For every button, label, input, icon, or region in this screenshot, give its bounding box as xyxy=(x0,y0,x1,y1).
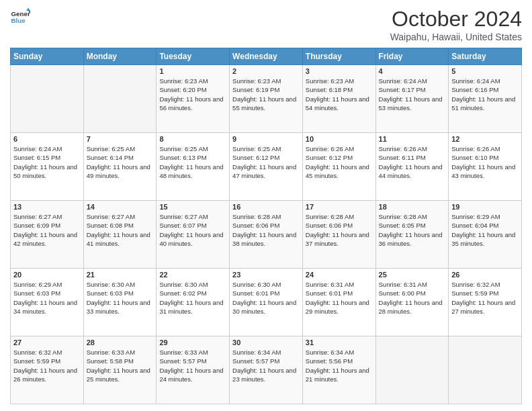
col-wednesday: Wednesday xyxy=(230,48,303,65)
day-info: Sunrise: 6:30 AM Sunset: 6:02 PM Dayligh… xyxy=(159,280,226,316)
day-number: 28 xyxy=(87,338,154,347)
cell-2-1: 6Sunrise: 6:24 AM Sunset: 6:15 PM Daylig… xyxy=(11,133,84,201)
cell-4-2: 21Sunrise: 6:30 AM Sunset: 6:03 PM Dayli… xyxy=(83,269,157,336)
cell-3-3: 15Sunrise: 6:27 AM Sunset: 6:07 PM Dayli… xyxy=(157,201,230,269)
logo: General Blue xyxy=(10,7,30,27)
day-info: Sunrise: 6:26 AM Sunset: 6:12 PM Dayligh… xyxy=(306,144,373,180)
day-number: 12 xyxy=(451,135,519,143)
week-row-2: 6Sunrise: 6:24 AM Sunset: 6:15 PM Daylig… xyxy=(11,133,522,201)
week-row-4: 20Sunrise: 6:29 AM Sunset: 6:03 PM Dayli… xyxy=(11,269,522,336)
cell-1-3: 1Sunrise: 6:23 AM Sunset: 6:20 PM Daylig… xyxy=(157,65,230,133)
col-monday: Monday xyxy=(83,48,157,65)
day-number: 7 xyxy=(87,135,154,143)
cell-3-4: 16Sunrise: 6:28 AM Sunset: 6:06 PM Dayli… xyxy=(230,201,303,269)
calendar-body: 1Sunrise: 6:23 AM Sunset: 6:20 PM Daylig… xyxy=(11,65,522,404)
day-info: Sunrise: 6:32 AM Sunset: 5:59 PM Dayligh… xyxy=(13,348,81,383)
day-number: 20 xyxy=(13,271,81,279)
cell-2-3: 8Sunrise: 6:25 AM Sunset: 6:13 PM Daylig… xyxy=(157,133,230,201)
cell-4-7: 26Sunrise: 6:32 AM Sunset: 5:59 PM Dayli… xyxy=(449,269,522,336)
cell-2-5: 10Sunrise: 6:26 AM Sunset: 6:12 PM Dayli… xyxy=(302,133,375,201)
cell-4-5: 24Sunrise: 6:31 AM Sunset: 6:01 PM Dayli… xyxy=(302,269,375,336)
cell-1-7: 5Sunrise: 6:24 AM Sunset: 6:16 PM Daylig… xyxy=(449,65,522,133)
cell-3-7: 19Sunrise: 6:29 AM Sunset: 6:04 PM Dayli… xyxy=(449,201,522,269)
col-tuesday: Tuesday xyxy=(157,48,230,65)
cell-3-6: 18Sunrise: 6:28 AM Sunset: 6:05 PM Dayli… xyxy=(375,201,449,269)
day-number: 24 xyxy=(306,271,373,279)
day-number: 27 xyxy=(13,338,81,347)
day-number: 15 xyxy=(159,203,226,211)
cell-2-4: 9Sunrise: 6:25 AM Sunset: 6:12 PM Daylig… xyxy=(230,133,303,201)
col-saturday: Saturday xyxy=(449,48,522,65)
page: General Blue October 2024 Waipahu, Hawai… xyxy=(0,0,532,411)
svg-text:General: General xyxy=(11,10,31,17)
day-info: Sunrise: 6:23 AM Sunset: 6:19 PM Dayligh… xyxy=(232,77,300,112)
week-row-3: 13Sunrise: 6:27 AM Sunset: 6:09 PM Dayli… xyxy=(11,201,522,269)
cell-1-4: 2Sunrise: 6:23 AM Sunset: 6:19 PM Daylig… xyxy=(230,65,303,133)
day-info: Sunrise: 6:30 AM Sunset: 6:01 PM Dayligh… xyxy=(232,280,300,316)
day-number: 3 xyxy=(306,67,373,75)
day-number: 5 xyxy=(451,67,519,75)
cell-2-7: 12Sunrise: 6:26 AM Sunset: 6:10 PM Dayli… xyxy=(449,133,522,201)
day-number: 29 xyxy=(159,338,226,347)
calendar-table: Sunday Monday Tuesday Wednesday Thursday… xyxy=(10,48,522,404)
day-info: Sunrise: 6:32 AM Sunset: 5:59 PM Dayligh… xyxy=(451,280,519,316)
day-number: 22 xyxy=(159,271,226,279)
day-number: 11 xyxy=(379,135,446,143)
day-info: Sunrise: 6:28 AM Sunset: 6:05 PM Dayligh… xyxy=(379,212,446,248)
day-number: 14 xyxy=(87,203,154,211)
day-number: 31 xyxy=(306,338,373,347)
day-number: 18 xyxy=(379,203,446,211)
day-info: Sunrise: 6:26 AM Sunset: 6:11 PM Dayligh… xyxy=(379,144,446,180)
cell-1-6: 4Sunrise: 6:24 AM Sunset: 6:17 PM Daylig… xyxy=(375,65,449,133)
cell-5-1: 27Sunrise: 6:32 AM Sunset: 5:59 PM Dayli… xyxy=(11,336,84,404)
day-info: Sunrise: 6:29 AM Sunset: 6:03 PM Dayligh… xyxy=(13,280,81,316)
calendar-header: Sunday Monday Tuesday Wednesday Thursday… xyxy=(11,48,522,65)
day-info: Sunrise: 6:34 AM Sunset: 5:56 PM Dayligh… xyxy=(306,348,373,383)
header-row: Sunday Monday Tuesday Wednesday Thursday… xyxy=(11,48,522,65)
cell-3-5: 17Sunrise: 6:28 AM Sunset: 6:06 PM Dayli… xyxy=(302,201,375,269)
day-info: Sunrise: 6:27 AM Sunset: 6:07 PM Dayligh… xyxy=(159,212,226,248)
day-number: 23 xyxy=(232,271,300,279)
day-number: 26 xyxy=(451,271,519,279)
week-row-5: 27Sunrise: 6:32 AM Sunset: 5:59 PM Dayli… xyxy=(11,336,522,404)
day-number: 25 xyxy=(379,271,446,279)
cell-1-2 xyxy=(83,65,157,133)
day-number: 16 xyxy=(232,203,300,211)
day-number: 1 xyxy=(159,67,226,75)
header: General Blue October 2024 Waipahu, Hawai… xyxy=(10,7,522,42)
day-info: Sunrise: 6:33 AM Sunset: 5:58 PM Dayligh… xyxy=(87,348,154,383)
day-info: Sunrise: 6:25 AM Sunset: 6:12 PM Dayligh… xyxy=(232,144,300,180)
week-row-1: 1Sunrise: 6:23 AM Sunset: 6:20 PM Daylig… xyxy=(11,65,522,133)
day-number: 30 xyxy=(232,338,300,347)
cell-5-5: 31Sunrise: 6:34 AM Sunset: 5:56 PM Dayli… xyxy=(302,336,375,404)
day-number: 9 xyxy=(232,135,300,143)
day-info: Sunrise: 6:23 AM Sunset: 6:18 PM Dayligh… xyxy=(306,77,373,112)
day-number: 8 xyxy=(159,135,226,143)
day-info: Sunrise: 6:34 AM Sunset: 5:57 PM Dayligh… xyxy=(232,348,300,383)
cell-2-2: 7Sunrise: 6:25 AM Sunset: 6:14 PM Daylig… xyxy=(83,133,157,201)
day-info: Sunrise: 6:28 AM Sunset: 6:06 PM Dayligh… xyxy=(306,212,373,248)
cell-5-4: 30Sunrise: 6:34 AM Sunset: 5:57 PM Dayli… xyxy=(230,336,303,404)
day-number: 4 xyxy=(379,67,446,75)
svg-text:Blue: Blue xyxy=(11,17,26,24)
cell-5-2: 28Sunrise: 6:33 AM Sunset: 5:58 PM Dayli… xyxy=(83,336,157,404)
cell-5-6 xyxy=(375,336,449,404)
day-info: Sunrise: 6:23 AM Sunset: 6:20 PM Dayligh… xyxy=(159,77,226,112)
cell-2-6: 11Sunrise: 6:26 AM Sunset: 6:11 PM Dayli… xyxy=(375,133,449,201)
location: Waipahu, Hawaii, United States xyxy=(390,32,522,42)
day-number: 6 xyxy=(13,135,81,143)
day-info: Sunrise: 6:31 AM Sunset: 6:01 PM Dayligh… xyxy=(306,280,373,316)
cell-3-2: 14Sunrise: 6:27 AM Sunset: 6:08 PM Dayli… xyxy=(83,201,157,269)
col-thursday: Thursday xyxy=(302,48,375,65)
day-number: 19 xyxy=(451,203,519,211)
cell-5-3: 29Sunrise: 6:33 AM Sunset: 5:57 PM Dayli… xyxy=(157,336,230,404)
day-number: 13 xyxy=(13,203,81,211)
day-number: 10 xyxy=(306,135,373,143)
cell-4-3: 22Sunrise: 6:30 AM Sunset: 6:02 PM Dayli… xyxy=(157,269,230,336)
cell-4-6: 25Sunrise: 6:31 AM Sunset: 6:00 PM Dayli… xyxy=(375,269,449,336)
cell-1-1 xyxy=(11,65,84,133)
day-info: Sunrise: 6:24 AM Sunset: 6:16 PM Dayligh… xyxy=(451,77,519,112)
day-info: Sunrise: 6:27 AM Sunset: 6:08 PM Dayligh… xyxy=(87,212,154,248)
day-info: Sunrise: 6:33 AM Sunset: 5:57 PM Dayligh… xyxy=(159,348,226,383)
day-info: Sunrise: 6:30 AM Sunset: 6:03 PM Dayligh… xyxy=(87,280,154,316)
